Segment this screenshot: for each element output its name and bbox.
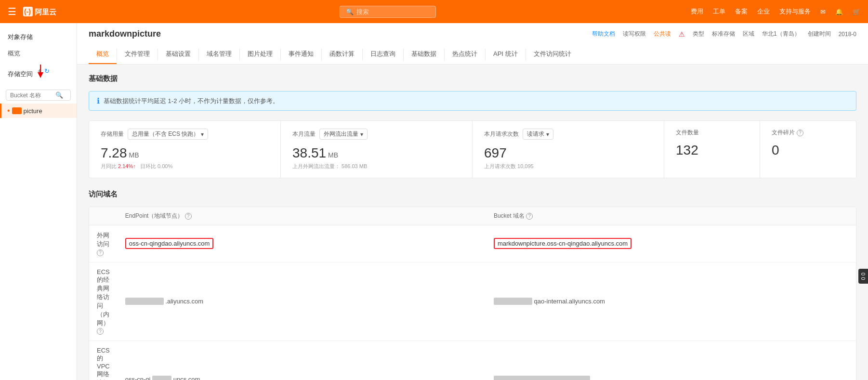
bucket-external-value: markdownpicture.oss-cn-qingdao.aliyuncs.… bbox=[494, 238, 631, 249]
meta-standard-value: 标准存储 bbox=[712, 30, 735, 38]
meta-type-label: 类型 bbox=[693, 30, 704, 38]
tab-basic-settings[interactable]: 基础设置 bbox=[158, 45, 198, 64]
tab-log[interactable]: 日志查询 bbox=[363, 45, 403, 64]
arrow-icons: + ↻ bbox=[37, 65, 66, 84]
info-icon: ℹ bbox=[97, 96, 100, 105]
tab-hotspot[interactable]: 热点统计 bbox=[445, 45, 485, 64]
page-title: markdownpicture bbox=[89, 29, 161, 39]
chevron-down-icon-3: ▾ bbox=[546, 131, 549, 138]
search-area: 🔍 bbox=[85, 6, 691, 18]
sidebar-search[interactable]: 🔍 bbox=[6, 90, 71, 101]
bell-icon[interactable]: 🔔 bbox=[835, 8, 843, 15]
meta-readwrite-label: 读写权限 bbox=[623, 30, 646, 38]
endpoint-help-icon[interactable]: ? bbox=[185, 213, 192, 220]
nav-ticket[interactable]: 工单 bbox=[713, 7, 725, 16]
domain-endpoint-ecs-vpc: oss-cn-qi ···· uncs.com bbox=[118, 341, 486, 380]
domain-row-ecs-classic: ECS 的经典网络访问（内网） ? ····· .aliyuncs.com ··… bbox=[89, 262, 856, 341]
warning-icon-meta: ⚠ bbox=[679, 30, 685, 38]
svg-text:(-): (-) bbox=[24, 8, 31, 15]
stat-traffic-label: 本月流量 bbox=[292, 130, 316, 138]
tab-domain[interactable]: 域名管理 bbox=[199, 45, 239, 64]
hamburger-icon[interactable]: ☰ bbox=[8, 6, 16, 17]
nav-enterprise[interactable]: 企业 bbox=[757, 7, 770, 16]
storage-space-icons: + ↻ bbox=[37, 65, 66, 84]
nav-support[interactable]: 支持与服务 bbox=[779, 7, 811, 16]
help-link[interactable]: 帮助文档 bbox=[592, 30, 615, 38]
sidebar: 对象存储 概览 存储空间 + ↻ bbox=[0, 23, 77, 380]
sidebar-storage-space-label: 存储空间 + ↻ bbox=[0, 62, 77, 87]
meta-createtime-value: 2018-0 bbox=[839, 31, 856, 38]
stat-requests: 本月请求次数 读请求 ▾ 697 上月请求次数 10,095 bbox=[473, 121, 664, 178]
bucket-ecs-classic-suffix: qao-internal.aliyuncs.com bbox=[534, 298, 605, 305]
domain-col-label-header bbox=[89, 207, 118, 225]
endpoint-ecs-classic-blur: ····· bbox=[125, 298, 164, 305]
meta-public-tag[interactable]: 公共读 bbox=[654, 30, 671, 38]
endpoint-ecs-vpc-blur: ···· bbox=[152, 376, 171, 380]
access-domain-title: 访问域名 bbox=[89, 190, 856, 199]
ecs-classic-help-icon[interactable]: ? bbox=[97, 328, 104, 335]
meta-createtime-label: 创建时间 bbox=[808, 30, 831, 38]
stat-filecount-value: 132 bbox=[676, 143, 748, 158]
tab-file-access-stats[interactable]: 文件访问统计 bbox=[526, 45, 579, 64]
stat-storage-sub: 月同比 2.14%↑ 日环比 0.00% bbox=[101, 163, 269, 170]
bucket-help-icon[interactable]: ? bbox=[526, 213, 533, 220]
stat-filecount-label: 文件数量 bbox=[676, 129, 748, 137]
nav-cost[interactable]: 费用 bbox=[691, 7, 703, 16]
stat-fragments-value: 0 bbox=[772, 143, 844, 158]
page-header: markdownpicture 帮助文档 读写权限 公共读 ⚠ 类型 标准存储 … bbox=[77, 23, 868, 65]
stat-storage-selector[interactable]: 总用量（不含 ECS 快跑） ▾ bbox=[128, 129, 208, 140]
stat-traffic-selector[interactable]: 外网流出流量 ▾ bbox=[319, 129, 368, 140]
meta-region-value: 华北1（青岛） bbox=[762, 30, 800, 38]
endpoint-ecs-vpc-value: oss-cn-qi bbox=[125, 376, 151, 380]
stat-filecount: 文件数量 132 bbox=[664, 121, 760, 178]
domain-row-external: 外网访问 ? oss-cn-qingdao.aliyuncs.com markd… bbox=[89, 225, 856, 262]
bucket-ecs-vpc-blur: ····· bbox=[494, 376, 590, 380]
search-input[interactable] bbox=[356, 8, 424, 15]
tab-overview[interactable]: 概览 bbox=[89, 45, 117, 64]
tab-basic-data[interactable]: 基础数据 bbox=[404, 45, 444, 64]
endpoint-ecs-classic-suffix: .aliyuncs.com bbox=[165, 298, 203, 305]
sidebar-item-overview[interactable]: 概览 bbox=[0, 45, 77, 62]
chevron-down-icon: ▾ bbox=[201, 131, 204, 138]
tab-image[interactable]: 图片处理 bbox=[240, 45, 280, 64]
nav-links: 费用 工单 备案 企业 支持与服务 ✉ 🔔 🛒 bbox=[691, 7, 860, 16]
floating-badge: 0 0 bbox=[858, 269, 868, 284]
bucket-search-icon[interactable]: 🔍 bbox=[55, 92, 63, 99]
search-box[interactable]: 🔍 bbox=[340, 6, 436, 18]
tab-file-management[interactable]: 文件管理 bbox=[117, 45, 158, 64]
logo: (-) 阿里云 bbox=[22, 5, 66, 18]
message-icon[interactable]: ✉ bbox=[820, 8, 826, 15]
bucket-active-dot: • bbox=[7, 106, 10, 115]
bucket-search-input[interactable] bbox=[10, 92, 53, 99]
main-content: markdownpicture 帮助文档 读写权限 公共读 ⚠ 类型 标准存储 … bbox=[77, 23, 868, 380]
stat-requests-label: 本月请求次数 bbox=[484, 130, 519, 138]
bucket-item-markdownpicture[interactable]: • mk picture bbox=[0, 104, 77, 118]
tab-function[interactable]: 函数计算 bbox=[322, 45, 362, 64]
content: 基础数据 ℹ 基础数据统计平均延迟 1-2 小时，不作为计量数据，仅作参考。 存… bbox=[77, 65, 868, 380]
tab-event[interactable]: 事件通知 bbox=[281, 45, 321, 64]
stat-storage-header: 存储用量 总用量（不含 ECS 快跑） ▾ bbox=[101, 129, 269, 140]
stat-storage-value: 7.28MB bbox=[101, 145, 269, 161]
tab-api-stats[interactable]: API 统计 bbox=[486, 45, 526, 64]
stat-storage-label: 存储用量 bbox=[101, 130, 124, 138]
external-help-icon[interactable]: ? bbox=[97, 249, 104, 256]
domain-table: EndPoint（地域节点） ? Bucket 域名 ? bbox=[89, 207, 856, 380]
stat-fragments: 文件碎片 ? 0 bbox=[760, 121, 856, 178]
stat-requests-sub: 上月请求次数 10,095 bbox=[484, 163, 652, 170]
domain-bucket-external: markdownpicture.oss-cn-qingdao.aliyuncs.… bbox=[486, 225, 856, 262]
sidebar-section-title: 对象存储 bbox=[0, 29, 77, 45]
nav-icp[interactable]: 备案 bbox=[735, 7, 748, 16]
stat-storage: 存储用量 总用量（不含 ECS 快跑） ▾ 7.28MB 月同比 2.14%↑ bbox=[89, 121, 281, 178]
cart-icon[interactable]: 🛒 bbox=[853, 8, 860, 15]
fragments-help-icon[interactable]: ? bbox=[797, 130, 803, 136]
stat-requests-selector[interactable]: 读请求 ▾ bbox=[523, 129, 553, 140]
stat-fragments-label: 文件碎片 ? bbox=[772, 129, 844, 137]
chevron-down-icon-2: ▾ bbox=[360, 131, 363, 138]
domain-label-ecs-vpc: ECS 的 VPC 网络访问（内网） ? bbox=[89, 341, 118, 380]
bucket-name-suffix: picture bbox=[24, 107, 42, 115]
domain-bucket-ecs-vpc: ····· bbox=[486, 341, 856, 380]
svg-text:阿里云: 阿里云 bbox=[35, 8, 56, 16]
domain-bucket-ecs-classic: ····· qao-internal.aliyuncs.com bbox=[486, 262, 856, 341]
page-header-top: markdownpicture 帮助文档 读写权限 公共读 ⚠ 类型 标准存储 … bbox=[89, 29, 856, 39]
domain-col-endpoint-header: EndPoint（地域节点） ? bbox=[118, 207, 486, 225]
